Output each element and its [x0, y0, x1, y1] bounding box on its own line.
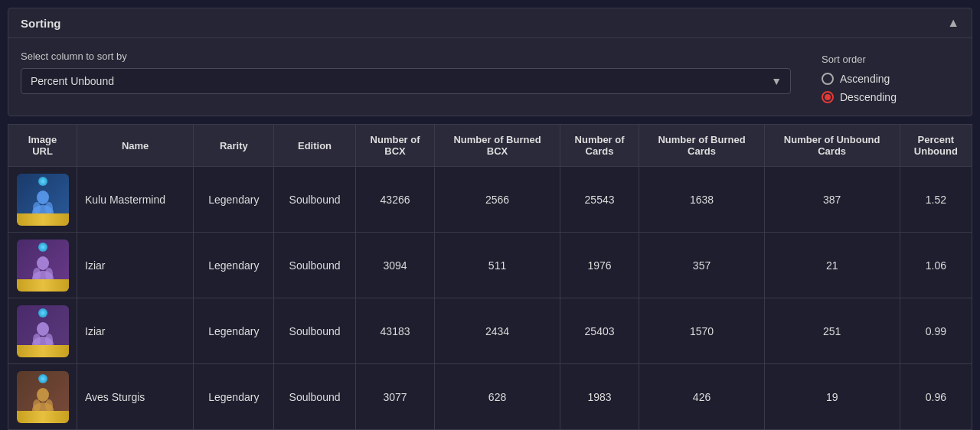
- svg-point-3: [45, 202, 53, 214]
- sort-order-radio-group: Ascending Descending: [822, 73, 959, 103]
- col-header-num-burned-bcx: Number of BurnedBCX: [435, 125, 560, 167]
- num-unbound-cards-cell: 251: [764, 298, 900, 364]
- col-header-num-bcx: Number ofBCX: [355, 125, 435, 167]
- percent-unbound-cell: 1.52: [900, 167, 972, 233]
- sorting-panel: Sorting ▲ Select column to sort by Perce…: [8, 8, 972, 116]
- num-unbound-cards-cell: 19: [764, 364, 900, 430]
- name-cell: Iziar: [77, 298, 194, 364]
- sort-column-select[interactable]: Percent Unbound Name Rarity Edition Numb…: [21, 68, 791, 94]
- name-cell: Kulu Mastermind: [77, 167, 194, 233]
- num-burned-cards-cell: 426: [639, 364, 764, 430]
- sort-descending-option[interactable]: Descending: [822, 91, 959, 103]
- svg-point-15: [45, 399, 53, 412]
- num-burned-cards-cell: 357: [639, 233, 764, 298]
- col-header-rarity: Rarity: [194, 125, 274, 167]
- card-image-cell: [8, 298, 77, 364]
- table-row: IziarLegendarySoulbound43183243425403157…: [8, 298, 972, 364]
- num-bcx-cell: 43266: [355, 167, 435, 233]
- edition-cell: Soulbound: [274, 233, 355, 298]
- card-image: [17, 305, 69, 357]
- data-table-container: ImageURL Name Rarity Edition Number ofBC…: [8, 124, 972, 430]
- card-base-decoration: [17, 411, 69, 423]
- col-header-image: ImageURL: [8, 125, 77, 167]
- col-header-num-cards: Number ofCards: [560, 125, 639, 167]
- ascending-radio-circle: [822, 73, 834, 85]
- card-gem-icon: [38, 243, 47, 252]
- rarity-cell: Legendary: [194, 167, 274, 233]
- chevron-up-icon[interactable]: ▲: [947, 16, 959, 30]
- card-gem-icon: [38, 177, 47, 186]
- sort-column-section: Select column to sort by Percent Unbound…: [21, 50, 791, 94]
- sort-column-label: Select column to sort by: [21, 50, 791, 62]
- ascending-label: Ascending: [840, 73, 890, 85]
- num-unbound-cards-cell: 21: [764, 233, 900, 298]
- sorting-header: Sorting ▲: [8, 8, 972, 38]
- svg-point-12: [37, 388, 49, 402]
- sort-select-wrapper: Percent Unbound Name Rarity Edition Numb…: [21, 68, 791, 94]
- data-table: ImageURL Name Rarity Edition Number ofBC…: [8, 124, 972, 430]
- card-base-decoration: [17, 279, 69, 292]
- percent-unbound-cell: 1.06: [900, 233, 972, 298]
- percent-unbound-cell: 0.96: [900, 364, 972, 430]
- col-header-num-unbound-cards: Number of UnboundCards: [764, 125, 900, 167]
- num-burned-bcx-cell: 628: [435, 364, 560, 430]
- num-burned-cards-cell: 1570: [639, 298, 764, 364]
- num-unbound-cards-cell: 387: [764, 167, 900, 233]
- num-bcx-cell: 43183: [355, 298, 435, 364]
- svg-point-14: [33, 399, 41, 412]
- num-bcx-cell: 3094: [355, 233, 435, 298]
- table-row: IziarLegendarySoulbound30945111976357211…: [8, 233, 972, 298]
- rarity-cell: Legendary: [194, 233, 274, 298]
- card-image-cell: [8, 364, 77, 430]
- edition-cell: Soulbound: [274, 298, 355, 364]
- sort-order-label: Sort order: [822, 54, 959, 65]
- percent-unbound-cell: 0.99: [900, 298, 972, 364]
- sorting-body: Select column to sort by Percent Unbound…: [8, 38, 972, 116]
- rarity-cell: Legendary: [194, 364, 274, 430]
- table-header-row: ImageURL Name Rarity Edition Number ofBC…: [8, 125, 972, 167]
- svg-point-0: [37, 191, 49, 204]
- svg-point-4: [37, 256, 49, 270]
- edition-cell: Soulbound: [274, 364, 355, 430]
- card-base-decoration: [17, 345, 69, 357]
- col-header-percent-unbound: PercentUnbound: [900, 125, 972, 167]
- rarity-cell: Legendary: [194, 298, 274, 364]
- table-row: Kulu MastermindLegendarySoulbound4326625…: [8, 167, 972, 233]
- svg-point-11: [45, 334, 53, 346]
- col-header-num-burned-cards: Number of BurnedCards: [639, 125, 764, 167]
- card-base-decoration: [17, 213, 69, 226]
- num-burned-bcx-cell: 2566: [435, 167, 560, 233]
- svg-point-6: [33, 268, 41, 280]
- svg-point-10: [33, 334, 41, 346]
- card-image-cell: [8, 167, 77, 233]
- card-gem-icon: [38, 374, 47, 383]
- descending-label: Descending: [840, 91, 897, 103]
- col-header-name: Name: [77, 125, 194, 167]
- card-image: [17, 371, 69, 423]
- svg-point-7: [45, 268, 53, 280]
- num-burned-bcx-cell: 511: [435, 233, 560, 298]
- num-cards-cell: 1976: [560, 233, 639, 298]
- card-image: [17, 239, 69, 292]
- descending-radio-dot: [825, 94, 831, 100]
- svg-point-8: [37, 322, 49, 336]
- name-cell: Aves Sturgis: [77, 364, 194, 430]
- name-cell: Iziar: [77, 233, 194, 298]
- edition-cell: Soulbound: [274, 167, 355, 233]
- sort-order-section: Sort order Ascending Descending: [822, 50, 959, 103]
- sort-ascending-option[interactable]: Ascending: [822, 73, 959, 85]
- num-cards-cell: 1983: [560, 364, 639, 430]
- num-cards-cell: 25543: [560, 167, 639, 233]
- table-row: Aves SturgisLegendarySoulbound3077628198…: [8, 364, 972, 430]
- num-cards-cell: 25403: [560, 298, 639, 364]
- card-image-cell: [8, 233, 77, 298]
- col-header-edition: Edition: [274, 125, 355, 167]
- num-bcx-cell: 3077: [355, 364, 435, 430]
- svg-point-2: [33, 202, 41, 214]
- descending-radio-circle: [822, 91, 834, 103]
- card-image: [17, 174, 69, 226]
- sorting-title: Sorting: [21, 17, 61, 30]
- card-gem-icon: [38, 308, 47, 318]
- num-burned-cards-cell: 1638: [639, 167, 764, 233]
- num-burned-bcx-cell: 2434: [435, 298, 560, 364]
